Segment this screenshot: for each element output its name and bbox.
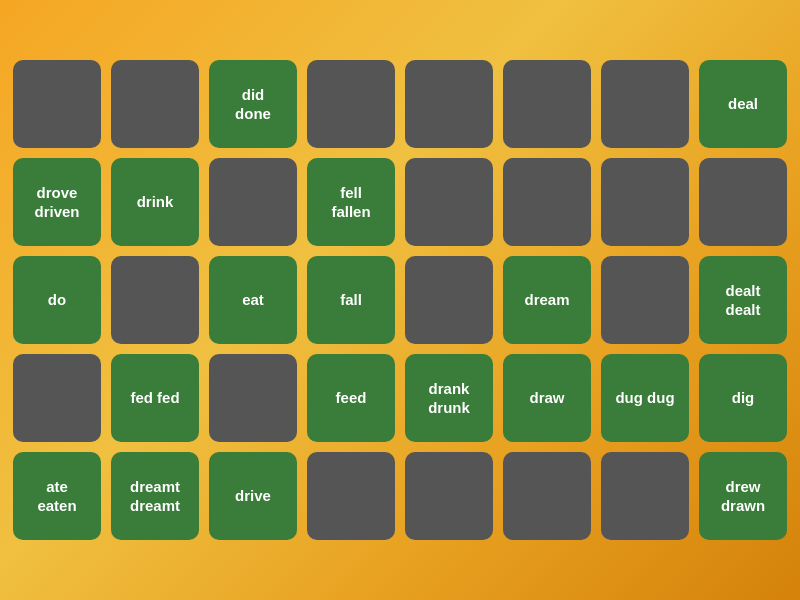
cell-empty-r0-c4 — [405, 60, 493, 148]
cell-word-r3-c4[interactable]: drank drunk — [405, 354, 493, 442]
cell-empty-r0-c5 — [503, 60, 591, 148]
cell-empty-r2-c4 — [405, 256, 493, 344]
cell-word-r2-c7[interactable]: dealt dealt — [699, 256, 787, 344]
cell-word-r1-c0[interactable]: drove driven — [13, 158, 101, 246]
cell-empty-r3-c0 — [13, 354, 101, 442]
cell-empty-r0-c6 — [601, 60, 689, 148]
cell-empty-r4-c3 — [307, 452, 395, 540]
cell-word-r1-c3[interactable]: fell fallen — [307, 158, 395, 246]
cell-empty-r4-c6 — [601, 452, 689, 540]
cell-word-r2-c5[interactable]: dream — [503, 256, 591, 344]
cell-word-r2-c3[interactable]: fall — [307, 256, 395, 344]
cell-empty-r4-c5 — [503, 452, 591, 540]
cell-word-r4-c7[interactable]: drew drawn — [699, 452, 787, 540]
cell-empty-r1-c2 — [209, 158, 297, 246]
cell-word-r3-c5[interactable]: draw — [503, 354, 591, 442]
cell-word-r3-c7[interactable]: dig — [699, 354, 787, 442]
cell-empty-r1-c5 — [503, 158, 591, 246]
cell-word-r4-c1[interactable]: dreamt dreamt — [111, 452, 199, 540]
cell-word-r3-c6[interactable]: dug dug — [601, 354, 689, 442]
cell-word-r3-c3[interactable]: feed — [307, 354, 395, 442]
cell-empty-r0-c1 — [111, 60, 199, 148]
cell-empty-r0-c0 — [13, 60, 101, 148]
word-grid: did donedealdrove drivendrinkfell fallen… — [0, 40, 800, 560]
cell-word-r2-c2[interactable]: eat — [209, 256, 297, 344]
cell-word-r2-c0[interactable]: do — [13, 256, 101, 344]
cell-word-r4-c0[interactable]: ate eaten — [13, 452, 101, 540]
cell-empty-r2-c6 — [601, 256, 689, 344]
cell-empty-r1-c6 — [601, 158, 689, 246]
cell-word-r1-c1[interactable]: drink — [111, 158, 199, 246]
cell-empty-r0-c3 — [307, 60, 395, 148]
cell-word-r0-c2[interactable]: did done — [209, 60, 297, 148]
cell-word-r4-c2[interactable]: drive — [209, 452, 297, 540]
cell-empty-r1-c7 — [699, 158, 787, 246]
cell-empty-r2-c1 — [111, 256, 199, 344]
cell-word-r0-c7[interactable]: deal — [699, 60, 787, 148]
cell-empty-r1-c4 — [405, 158, 493, 246]
cell-empty-r3-c2 — [209, 354, 297, 442]
cell-word-r3-c1[interactable]: fed fed — [111, 354, 199, 442]
cell-empty-r4-c4 — [405, 452, 493, 540]
